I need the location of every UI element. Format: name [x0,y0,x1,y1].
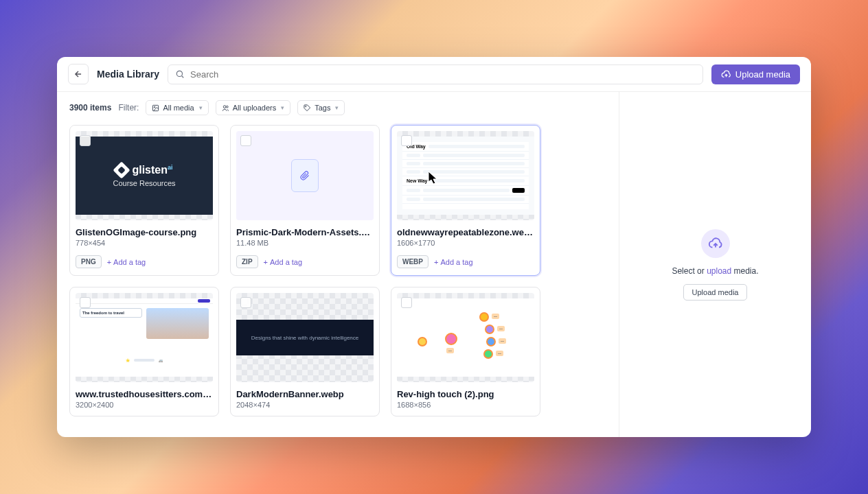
card-thumbnail [236,131,374,220]
card-meta: 3200×2400 [76,401,213,409]
card-meta: 778×454 [76,239,213,247]
media-card[interactable]: glistenaiCourse ResourcesGlistenOGImage-… [69,125,219,276]
svg-point-3 [223,105,226,108]
media-card[interactable]: Old Way New Way oldnewwayrepeatablezone.… [391,125,540,276]
filter-media[interactable]: All media ▾ [146,100,208,115]
card-thumbnail: Old Way New Way [397,131,534,220]
card-checkbox[interactable] [240,297,251,308]
card-meta: 2048×474 [236,401,374,409]
add-tag-button[interactable]: +Add a tag [264,258,303,266]
upload-link[interactable]: upload [707,266,731,276]
side-panel-text: Select or upload media. [672,266,758,276]
card-thumbnail: The freedom to travel ⭐🚐 [76,293,213,382]
add-tag-button[interactable]: +Add a tag [434,258,473,266]
search-icon [175,69,185,79]
media-card[interactable]: Designs that shine with dynamic intellig… [230,287,380,416]
side-panel: Select or upload media. Upload media [619,92,811,437]
cloud-upload-icon [701,229,730,258]
card-tags-row: WEBP +Add a tag [397,255,534,268]
back-button[interactable] [68,64,89,84]
svg-point-4 [226,106,228,108]
filter-label: Filter: [118,103,139,113]
filter-uploaders[interactable]: All uploaders ▾ [216,100,291,115]
card-checkbox[interactable] [401,297,412,308]
search-field[interactable] [168,64,703,84]
chevron-down-icon: ▾ [199,104,203,111]
card-checkbox[interactable] [240,135,251,146]
users-icon [222,104,229,112]
plus-icon: + [107,258,111,266]
item-count: 3900 items [69,103,111,113]
card-meta: 1688×856 [397,401,534,409]
plus-icon: + [434,258,438,266]
card-tags-row: PNG +Add a tag [76,255,213,268]
media-card[interactable]: The freedom to travel ⭐🚐 www.trustedhous… [69,287,219,416]
svg-point-5 [306,106,306,106]
upload-media-button[interactable]: Upload media [711,64,800,84]
chevron-down-icon: ▾ [335,104,339,111]
filetype-badge: ZIP [236,255,258,268]
card-meta: 1606×1770 [397,239,534,247]
card-thumbnail: Designs that shine with dynamic intellig… [236,293,374,382]
chevron-down-icon: ▾ [281,104,284,111]
media-card[interactable]: — — — — — Rev-high touch (2).png1688×856 [391,287,540,416]
cloud-upload-icon [721,69,731,80]
media-library-window: Media Library Upload media 3900 items Fi… [57,57,811,437]
card-thumbnail: — — — — — [397,293,534,382]
card-filename: GlistenOGImage-course.png [76,227,213,237]
card-filename: Rev-high touch (2).png [397,389,534,399]
card-filename: DarkModernBanner.webp [236,389,374,399]
card-filename: www.trustedhousesitters.com_... [76,389,213,399]
filetype-badge: WEBP [397,255,429,268]
image-icon [152,104,159,112]
plus-icon: + [264,258,268,266]
svg-point-2 [155,106,156,108]
page-title: Media Library [97,69,159,80]
main-area: 3900 items Filter: All media ▾ All uploa… [57,92,619,437]
topbar: Media Library Upload media [57,57,811,92]
card-checkbox[interactable] [401,135,412,146]
card-filename: oldnewwayrepeatablezone.webp [397,227,534,237]
svg-point-0 [176,71,182,76]
card-thumbnail: glistenaiCourse Resources [76,131,213,220]
filter-row: 3900 items Filter: All media ▾ All uploa… [69,100,606,115]
add-tag-button[interactable]: +Add a tag [107,258,146,266]
filetype-badge: PNG [76,255,102,268]
filter-tags[interactable]: Tags ▾ [297,100,345,115]
card-tags-row: ZIP +Add a tag [236,255,374,268]
tag-icon [304,104,311,112]
card-checkbox[interactable] [80,297,91,308]
content-row: 3900 items Filter: All media ▾ All uploa… [57,92,811,437]
media-card[interactable]: Prismic-Dark-Modern-Assets.zip11.48 MBZI… [230,125,380,276]
search-input[interactable] [190,69,696,80]
media-grid: glistenaiCourse ResourcesGlistenOGImage-… [69,125,606,416]
arrow-left-icon [73,69,83,79]
card-filename: Prismic-Dark-Modern-Assets.zip [236,227,374,237]
side-upload-button[interactable]: Upload media [683,284,748,301]
card-checkbox[interactable] [80,135,91,146]
card-meta: 11.48 MB [236,239,374,247]
